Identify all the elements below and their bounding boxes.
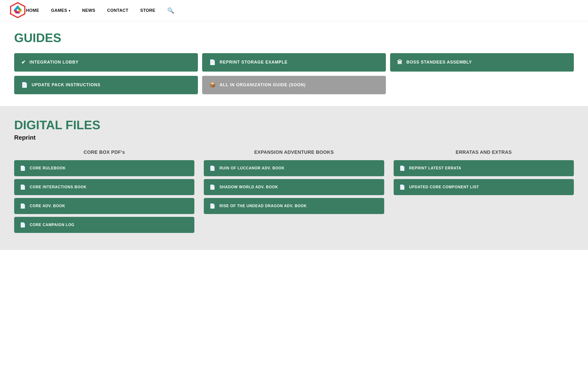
pdf-icon-5: 📄 [210, 165, 216, 171]
doc-icon-1: 📄 [209, 59, 216, 65]
integration-lobby-button[interactable]: ✔ INTEGRATION LOBBY [14, 53, 198, 72]
core-rulebook-button[interactable]: 📄 CORE RULEBOOK [14, 160, 194, 176]
updated-core-component-button[interactable]: 📄 UPDATED CORE COMPONENT LIST [394, 179, 574, 195]
erratas-extras-column: ERRATAS AND EXTRAS 📄 REPRINT LATEST ERRA… [394, 150, 574, 236]
nav-links: HOME GAMES ▾ NEWS CONTACT STORE [26, 8, 155, 13]
nav-item-news[interactable]: NEWS [82, 8, 95, 13]
nav-item-contact[interactable]: CONTACT [107, 8, 128, 13]
pdf-icon-2: 📄 [20, 184, 26, 190]
expansion-header: EXPANSION ADVENTURE BOOKS [204, 150, 384, 155]
nav-item-home[interactable]: HOME [26, 8, 39, 13]
pdf-icon-4: 📄 [20, 222, 26, 228]
navbar: HOME GAMES ▾ NEWS CONTACT STORE 🔍 [0, 0, 588, 21]
core-interactions-button[interactable]: 📄 CORE INTERACTIONS BOOK [14, 179, 194, 195]
reprint-storage-button[interactable]: 📄 REPRINT STORAGE EXAMPLE [202, 53, 386, 72]
games-dropdown-chevron: ▾ [69, 9, 70, 13]
nav-item-games[interactable]: GAMES ▾ [51, 8, 70, 13]
doc-icon-2: 📄 [21, 82, 28, 88]
nav-link-news[interactable]: NEWS [82, 8, 95, 13]
nav-link-home[interactable]: HOME [26, 8, 39, 13]
box-icon: 📦 [209, 82, 216, 88]
guides-title: GUIDES [14, 31, 574, 45]
check-icon: ✔ [21, 59, 26, 65]
core-adv-book-button[interactable]: 📄 CORE ADV. BOOK [14, 198, 194, 214]
core-box-header: CORE BOX PDF's [14, 150, 194, 155]
guides-row2-empty [390, 76, 574, 94]
nav-item-store[interactable]: STORE [140, 8, 155, 13]
digital-files-section: DIGITAL FILES Reprint CORE BOX PDF's 📄 C… [0, 106, 588, 250]
files-grid: CORE BOX PDF's 📄 CORE RULEBOOK 📄 CORE IN… [14, 150, 574, 236]
guides-row1: ✔ INTEGRATION LOBBY 📄 REPRINT STORAGE EX… [14, 53, 574, 72]
core-campaign-log-button[interactable]: 📄 CORE CAMPAIGN LOG [14, 217, 194, 233]
reprint-label: Reprint [14, 134, 574, 141]
pdf-icon-3: 📄 [20, 203, 26, 209]
core-box-column: CORE BOX PDF's 📄 CORE RULEBOOK 📄 CORE IN… [14, 150, 194, 236]
digital-files-title: DIGITAL FILES [14, 118, 574, 132]
nav-link-store[interactable]: STORE [140, 8, 155, 13]
pdf-icon-8: 📄 [399, 165, 405, 171]
logo[interactable] [9, 2, 26, 19]
pdf-icon-1: 📄 [20, 165, 26, 171]
search-icon[interactable]: 🔍 [167, 7, 174, 14]
pdf-icon-9: 📄 [399, 184, 405, 190]
pdf-icon-7: 📄 [210, 203, 216, 209]
shadow-world-button[interactable]: 📄 SHADOW WORLD ADV. BOOK [204, 179, 384, 195]
expansion-adventure-column: EXPANSION ADVENTURE BOOKS 📄 RUIN OF LUCC… [204, 150, 384, 236]
boss-standees-button[interactable]: 🏛 BOSS STANDEES ASSEMBLY [390, 53, 574, 72]
rise-undead-dragon-button[interactable]: 📄 RISE OF THE UNDEAD DRAGON ADV. BOOK [204, 198, 384, 214]
guides-row2: 📄 UPDATE PACK INSTRUCTIONS 📦 ALL IN ORGA… [14, 76, 574, 94]
ruin-luccanor-button[interactable]: 📄 RUIN OF LUCCANOR ADV. BOOK [204, 160, 384, 176]
reprint-latest-errata-button[interactable]: 📄 REPRINT LATEST ERRATA [394, 160, 574, 176]
guides-section: GUIDES ✔ INTEGRATION LOBBY 📄 REPRINT STO… [0, 21, 588, 106]
all-in-org-button[interactable]: 📦 ALL IN ORGANIZATION GUIDE (SOON) [202, 76, 386, 94]
erratas-header: ERRATAS AND EXTRAS [394, 150, 574, 155]
nav-link-contact[interactable]: CONTACT [107, 8, 128, 13]
update-pack-button[interactable]: 📄 UPDATE PACK INSTRUCTIONS [14, 76, 198, 94]
pdf-icon-6: 📄 [210, 184, 216, 190]
svg-point-6 [17, 9, 19, 11]
building-icon: 🏛 [397, 59, 403, 65]
nav-link-games[interactable]: GAMES [51, 8, 67, 13]
